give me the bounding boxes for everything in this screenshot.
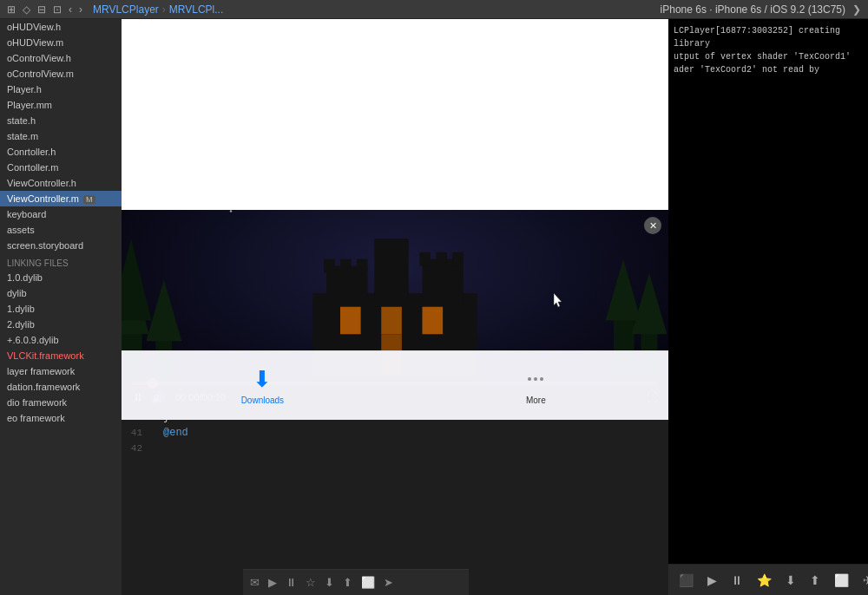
svg-rect-25 xyxy=(340,307,361,335)
sim-toolbar: ⬛ ▶ ⏸ ⭐ ⬇ ⬆ ⬜ ✈ xyxy=(668,564,868,595)
sidebar-item-609dylib[interactable]: +.6.0.9.dylib xyxy=(0,332,122,348)
code-editor[interactable]: 16 [super viewDidAppear: 17 18 if ([self… xyxy=(122,19,668,595)
toolbar-icon-debug[interactable]: ⊡ xyxy=(53,3,62,16)
sidebar-section-linking: Linking Files xyxy=(0,253,122,270)
downloads-icon: ⬇ xyxy=(249,366,275,392)
toolbar-icon-grid2[interactable]: ⊟ xyxy=(37,3,46,16)
sidebar-item-eo-framework[interactable]: eo framework xyxy=(0,410,122,426)
code-tb-square[interactable]: ⬜ xyxy=(361,576,375,589)
svg-rect-19 xyxy=(324,259,335,273)
breadcrumb-folder[interactable]: MRVLCPl... xyxy=(169,3,223,16)
toolbar-nav: ⊞ ◇ ⊟ ⊡ ‹ › xyxy=(7,3,82,16)
sim-btn-1[interactable]: ⬛ xyxy=(675,572,697,589)
code-tb-star[interactable]: ☆ xyxy=(306,576,316,589)
breadcrumb-sep1: › xyxy=(162,3,166,16)
svg-rect-22 xyxy=(419,252,431,266)
code-tb-pause[interactable]: ⏸ xyxy=(286,576,297,589)
svg-rect-27 xyxy=(423,307,444,335)
sidebar: oHUDView.h oHUDView.m oControlView.h oCo… xyxy=(0,19,122,595)
code-tb-play[interactable]: ▶ xyxy=(268,576,277,589)
toolbar-icon-grid[interactable]: ⊞ xyxy=(7,3,16,16)
sidebar-item-keyboard[interactable]: keyboard xyxy=(0,206,122,222)
svg-rect-21 xyxy=(357,259,368,273)
modified-badge: M xyxy=(83,195,95,204)
main-area: oHUDView.h oHUDView.m oControlView.h oCo… xyxy=(0,19,868,595)
ios-bottom-bar: ⬇ Downloads More xyxy=(122,350,668,420)
sidebar-item-state-m[interactable]: state.m xyxy=(0,128,122,144)
dock-label-more: More xyxy=(526,396,546,405)
svg-rect-17 xyxy=(423,259,464,307)
code-tb-download[interactable]: ⬇ xyxy=(325,576,334,589)
sim-btn-3[interactable]: ⏸ xyxy=(727,572,746,589)
sidebar-item-1-dylib[interactable]: 1.dylib xyxy=(0,301,122,317)
sidebar-item-conrtoller-h[interactable]: Conrtoller.h xyxy=(0,144,122,160)
svg-rect-23 xyxy=(436,252,447,266)
sidebar-item-dation-framework[interactable]: dation.framework xyxy=(0,379,122,395)
console-text: LCPlayer[16877:3003252] creating library… xyxy=(674,24,863,76)
sidebar-item-2-dylib[interactable]: 2.dylib xyxy=(0,317,122,332)
sidebar-item-viewcontroller-m[interactable]: ViewController.m M xyxy=(0,191,122,206)
sidebar-item-state-h[interactable]: state.h xyxy=(0,113,122,128)
right-panel: LCPlayer[16877:3003252] creating library… xyxy=(668,19,868,595)
video-white-area xyxy=(122,19,668,210)
code-tb-upload[interactable]: ⬆ xyxy=(343,576,352,589)
sim-btn-5[interactable]: ⬇ xyxy=(782,572,799,589)
more-icon xyxy=(523,366,549,392)
code-toolbar: ✉ ▶ ⏸ ☆ ⬇ ⬆ ⬜ ➤ xyxy=(243,569,469,595)
sidebar-item-player-mm[interactable]: Player.mm xyxy=(0,97,122,113)
sidebar-item-storyboard[interactable]: screen.storyboard xyxy=(0,238,122,253)
video-close-btn[interactable]: ✕ xyxy=(644,217,661,234)
nav-forward-btn[interactable]: › xyxy=(79,3,82,16)
device-label: iPhone 6s · iPhone 6s / iOS 9.2 (13C75) xyxy=(661,3,845,16)
breadcrumb: MRVLCPlayer › MRVLCPl... xyxy=(93,3,223,16)
top-toolbar: ⊞ ◇ ⊟ ⊡ ‹ › MRVLCPlayer › MRVLCPl... iPh… xyxy=(0,0,868,19)
code-line-41: 41 @end xyxy=(122,425,668,441)
sidebar-item-conrtoller-m[interactable]: Conrtoller.m xyxy=(0,160,122,175)
sim-btn-8[interactable]: ✈ xyxy=(859,572,868,589)
svg-rect-26 xyxy=(381,307,402,335)
dock-label-downloads: Downloads xyxy=(241,396,284,405)
sim-btn-6[interactable]: ⬆ xyxy=(806,572,824,589)
code-tb-mail[interactable]: ✉ xyxy=(250,576,260,589)
sidebar-item-ohudview-h[interactable]: oHUDView.h xyxy=(0,19,122,35)
svg-rect-20 xyxy=(340,259,352,273)
sidebar-item-ocontrolview-h[interactable]: oControlView.h xyxy=(0,50,122,66)
sidebar-item-dylib[interactable]: dylib xyxy=(0,285,122,301)
svg-rect-24 xyxy=(452,252,464,266)
breadcrumb-project[interactable]: MRVLCPlayer xyxy=(93,3,159,16)
sidebar-item-layer-framework[interactable]: layer framework xyxy=(0,363,122,379)
sidebar-item-1dylib[interactable]: 1.0.dylib xyxy=(0,270,122,285)
code-line-42: 42 xyxy=(122,441,668,456)
code-tb-send[interactable]: ➤ xyxy=(384,576,393,589)
sidebar-item-player-h[interactable]: Player.h xyxy=(0,82,122,97)
dock-item-downloads[interactable]: ⬇ Downloads xyxy=(227,359,298,412)
toolbar-icon-bookmark[interactable]: ◇ xyxy=(23,3,30,16)
panel-close-btn[interactable]: ❯ xyxy=(852,3,861,16)
nav-back-btn[interactable]: ‹ xyxy=(69,3,72,16)
sidebar-item-ohudview-m[interactable]: oHUDView.m xyxy=(0,35,122,50)
sidebar-item-vlckit[interactable]: VLCKit.framework xyxy=(0,348,122,363)
video-overlay: ✕ ⏸ 🔊 00:00/00:10 ⛶ ⬇ xyxy=(122,19,668,420)
svg-rect-18 xyxy=(374,239,408,307)
sim-btn-7[interactable]: ⬜ xyxy=(831,572,852,589)
console-area: LCPlayer[16877:3003252] creating library… xyxy=(668,19,868,564)
sim-btn-2[interactable]: ▶ xyxy=(704,572,720,589)
sim-btn-4[interactable]: ⭐ xyxy=(753,572,775,589)
svg-point-6 xyxy=(230,210,233,212)
dock-item-more[interactable]: More xyxy=(509,359,562,412)
sidebar-item-assets[interactable]: assets xyxy=(0,222,122,238)
sidebar-item-viewcontroller-h[interactable]: ViewController.h xyxy=(0,175,122,191)
sidebar-item-ocontrolview-m[interactable]: oControlView.m xyxy=(0,66,122,82)
sidebar-item-dio-framework[interactable]: dio framework xyxy=(0,395,122,410)
